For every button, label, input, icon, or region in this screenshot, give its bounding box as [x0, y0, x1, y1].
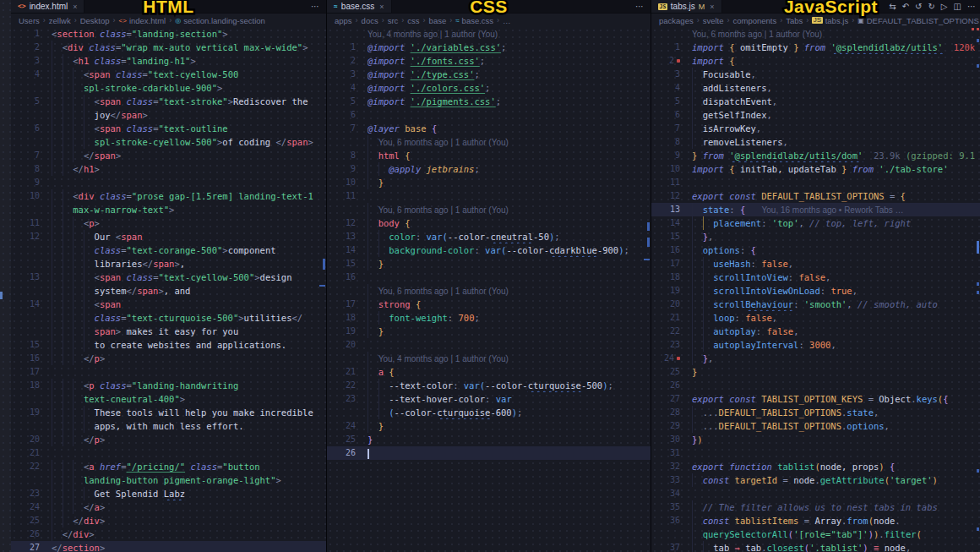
breadcrumb-item[interactable]: docs — [362, 16, 378, 25]
indent-guide — [73, 325, 84, 338]
indent-guide — [692, 68, 703, 81]
tab-tabs-js[interactable]: JS tabs.js M × — [651, 0, 722, 13]
pane-overlay-label: JavaScript — [784, 0, 878, 17]
more-actions-icon[interactable]: ⋯ — [629, 0, 651, 13]
line-number: 11 — [651, 176, 680, 189]
indent-guide — [692, 352, 703, 365]
code-line: 30}) — [651, 433, 980, 446]
code-line: 26 — [651, 379, 980, 392]
indent-guide — [63, 298, 74, 311]
code-line: 36const tablistItems = Array.from(node. — [651, 514, 980, 527]
code-line: 18scrollIntoView: false, — [651, 271, 980, 284]
line-number: 23 — [11, 487, 40, 500]
editor-html[interactable]: 1<section class="landing-section">2<div … — [11, 27, 326, 552]
breadcrumb-item[interactable]: ≈base.css — [455, 16, 493, 25]
breadcrumb-item[interactable]: Tabs — [786, 16, 803, 25]
code-line: 24</a> — [11, 500, 326, 514]
editor-js[interactable]: You, 6 months ago | 1 author (You)1impor… — [651, 27, 980, 552]
close-tab-icon[interactable]: × — [710, 3, 714, 11]
nav-forward-icon[interactable]: ↻ — [928, 2, 934, 11]
split-editor-icon[interactable]: ◫ — [954, 2, 961, 11]
close-tab-icon[interactable]: × — [73, 3, 77, 11]
line-number — [11, 81, 40, 95]
indent-guide — [84, 284, 95, 298]
indent-guide — [692, 203, 703, 216]
indent-guide — [73, 68, 84, 81]
code-line: 23Get Splendid Labz — [11, 487, 326, 500]
breadcrumb-item[interactable]: Users — [19, 16, 40, 25]
indent-guide — [73, 500, 84, 514]
breadcrumb-item[interactable]: base — [429, 16, 447, 25]
indent-guide — [73, 230, 84, 243]
close-tab-icon[interactable]: × — [379, 3, 384, 11]
discard-changes-icon[interactable]: ↶ — [902, 2, 909, 11]
code-line: 14background-color: var(--color-cdarkblu… — [327, 243, 651, 257]
breadcrumb-item[interactable]: css — [407, 16, 419, 25]
code-line: 31 — [651, 446, 980, 460]
breadcrumb-item[interactable]: Desktop — [80, 16, 110, 25]
breadcrumb-item[interactable]: … — [503, 16, 511, 25]
indent-guide — [63, 325, 74, 338]
code-line: 12Our <span — [11, 230, 326, 243]
breadcrumb-item[interactable]: src — [388, 16, 399, 25]
line-number: 15 — [327, 257, 356, 271]
more-actions-icon[interactable]: ⋯ — [967, 2, 976, 11]
line-number: 17 — [327, 298, 356, 311]
line-number: 22 — [651, 325, 680, 338]
code-line: 12body { — [327, 216, 651, 230]
line-number — [11, 392, 40, 406]
breadcrumb-item[interactable]: packages — [659, 16, 694, 25]
more-actions-icon[interactable]: ⋯ — [304, 0, 326, 13]
indent-guide — [73, 216, 84, 230]
line-number — [11, 311, 40, 325]
line-number — [11, 135, 40, 149]
code-line: 3@import './type.css'; — [327, 68, 651, 81]
indent-guide — [368, 230, 378, 243]
editor-css[interactable]: You, 4 months ago | 1 author (You)1@impo… — [327, 27, 651, 552]
breadcrumb-separator: › — [169, 16, 172, 25]
breadcrumb-item[interactable]: components — [733, 16, 777, 25]
breadcrumb-item[interactable]: apps — [335, 16, 352, 25]
line-number: 36 — [651, 514, 680, 527]
run-file-icon[interactable]: ▷ — [941, 2, 948, 11]
indent-guide — [368, 392, 378, 406]
indent-guide — [52, 54, 63, 68]
code-line: 25</div> — [11, 514, 326, 527]
line-number — [327, 352, 356, 365]
breadcrumb-item[interactable]: ◎section.landing-section — [175, 16, 265, 25]
breadcrumb-item[interactable]: <>index.html — [119, 16, 166, 25]
line-number — [11, 108, 40, 122]
line-number: 17 — [651, 257, 680, 271]
nav-back-icon[interactable]: ↺ — [915, 2, 922, 11]
code-line: 18<p class="landing-handwriting — [11, 379, 326, 392]
line-number: 7 — [327, 122, 356, 135]
breadcrumb-item[interactable]: zellwk — [49, 16, 71, 25]
indent-guide — [692, 135, 703, 149]
code-line: 21loop: false, — [651, 311, 980, 325]
breadcrumb-item[interactable]: svelte — [703, 16, 724, 25]
tab-base-css[interactable]: ≈ base.css × — [327, 0, 392, 13]
line-number: 16 — [11, 352, 40, 365]
code-line: landing-button pigment-orange-light"> — [11, 473, 326, 487]
html-file-icon: <> — [18, 3, 26, 10]
indent-guide — [63, 514, 74, 527]
indent-guide — [73, 392, 84, 406]
line-number: 23 — [327, 392, 356, 406]
git-blame-row: You, 4 months ago | 1 author (You) — [327, 352, 651, 365]
line-number: 13 — [11, 271, 40, 284]
html-icon: <> — [119, 17, 127, 25]
indent-guide — [368, 325, 378, 338]
code-line: 9} from '@splendidlabz/utils/dom' 23.9k … — [651, 149, 980, 162]
breadcrumb-item[interactable]: ▣DEFAULT_TABLIST_OPTIONS — [858, 16, 979, 25]
tab-index-html[interactable]: <> index.html × — [11, 0, 84, 13]
code-line: 22autoplay: false, — [651, 325, 980, 338]
indent-guide — [692, 338, 703, 352]
editor-actions: ⇆↶↺↻▷◫⋯ — [889, 0, 980, 13]
code-line: 12export const DEFAULT_TABLIST_OPTIONS =… — [651, 189, 980, 203]
indent-guide — [73, 243, 84, 257]
indent-guide — [692, 473, 703, 487]
open-changes-icon[interactable]: ⇆ — [889, 2, 896, 11]
breadcrumb-separator: › — [401, 16, 404, 25]
breadcrumb-item[interactable]: JStabs.js — [812, 16, 848, 25]
code-line: 18font-weight: 700; — [327, 311, 651, 325]
